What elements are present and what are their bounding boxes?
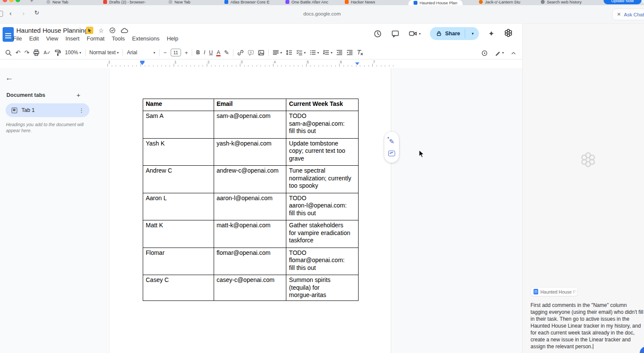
task-cell[interactable]: Update tombstone copy; current text too … — [286, 139, 359, 166]
menu-edit[interactable]: Edit — [29, 35, 39, 42]
chatgpt-logo-icon[interactable] — [504, 28, 513, 39]
insert-link-icon[interactable] — [237, 50, 244, 56]
profile-avatar[interactable] — [642, 0, 644, 3]
menu-help[interactable]: Help — [167, 35, 178, 42]
update-now-button[interactable]: Update Now — [604, 0, 641, 4]
spellcheck-icon[interactable]: A✓ — [43, 50, 51, 56]
name-cell[interactable]: Matt K — [143, 220, 214, 248]
approvals-icon[interactable] — [109, 27, 116, 34]
browser-tab-active[interactable]: Haunted House Plan — [408, 0, 463, 5]
document-page[interactable]: Name Email Current Week Task Sam A sam-a… — [110, 68, 391, 353]
menu-extensions[interactable]: Extensions — [132, 35, 159, 42]
email-cell[interactable]: yash-k@openai.com — [214, 139, 287, 166]
add-comment-icon[interactable] — [388, 151, 395, 156]
highlight-color-icon[interactable]: ✎ — [224, 50, 229, 56]
browser-tab[interactable]: New Tab — [169, 0, 190, 5]
gemini-sparkle-icon[interactable]: ✦ — [488, 29, 494, 38]
email-cell[interactable]: andrew-c@openai.com — [214, 166, 287, 193]
video-call-button[interactable]: ▾ — [409, 30, 420, 37]
numbered-list-icon[interactable]: ▾ — [323, 50, 332, 56]
task-cell[interactable]: Tune spectral normalization; currently t… — [286, 166, 359, 193]
align-icon[interactable]: ▾ — [273, 50, 282, 56]
browser-tab[interactable]: Hacker News — [345, 0, 375, 5]
collapse-toolbar-icon[interactable] — [511, 51, 516, 55]
version-history-icon[interactable] — [374, 30, 382, 38]
decrease-indent-icon[interactable] — [336, 50, 343, 56]
tab-options-icon[interactable]: ⋮ — [79, 107, 84, 114]
email-cell[interactable]: casey-c@openai.com — [214, 275, 287, 301]
text-color-button[interactable]: A — [217, 50, 220, 56]
timer-icon[interactable] — [481, 50, 488, 56]
browser-tab[interactable]: Atlas Browser Core E — [224, 0, 270, 5]
prompt-input[interactable]: First add comments in the "Name" column … — [531, 302, 644, 350]
editing-mode-button[interactable]: ▾ — [495, 50, 504, 56]
menu-insert[interactable]: Insert — [65, 35, 80, 42]
cloud-saved-icon[interactable] — [121, 28, 128, 34]
email-cell[interactable]: sam-a@openai.com — [214, 111, 287, 139]
back-button[interactable]: ← — [5, 73, 13, 83]
decrease-font-size-button[interactable]: − — [163, 50, 167, 56]
add-comment-icon[interactable] — [248, 50, 254, 56]
close-icon[interactable]: ✕ — [617, 12, 621, 17]
name-cell[interactable]: Yash K — [143, 139, 214, 166]
menu-view[interactable]: View — [46, 35, 58, 42]
zoom-window-button[interactable] — [15, 0, 20, 2]
font-size-input[interactable]: 11 — [171, 49, 181, 56]
email-cell[interactable]: matt-k@openai.com — [214, 220, 287, 248]
task-cell[interactable]: TODO sam-a@openai.com: fill this out — [286, 111, 359, 139]
browser-tab[interactable]: Search web history — [541, 0, 582, 5]
search-menus-icon[interactable] — [5, 50, 12, 56]
doc-context-chip[interactable]: Haunted House Pl — [531, 287, 578, 296]
paragraph-style-select[interactable]: Normal text ▾ — [89, 50, 119, 56]
print-icon[interactable] — [33, 50, 40, 56]
menu-tools[interactable]: Tools — [112, 35, 125, 42]
task-cell[interactable]: TODO flomar@openai.com: fill this out — [286, 248, 359, 276]
line-spacing-icon[interactable] — [286, 50, 292, 56]
email-cell[interactable]: flomar@openai.com — [214, 248, 287, 276]
table-header-cell[interactable]: Email — [214, 99, 287, 111]
browser-tab[interactable]: Jack-o'-Lantern Stu — [479, 0, 520, 5]
insert-image-icon[interactable] — [258, 50, 264, 56]
share-button[interactable]: Share ▾ — [430, 27, 478, 40]
help-me-write-icon[interactable]: ✎✦ — [389, 138, 395, 145]
name-cell[interactable]: Sam A — [143, 111, 214, 139]
indent-marker[interactable] — [140, 61, 144, 65]
task-cell[interactable]: Summon spirits (tequila) for morgue-arit… — [286, 275, 359, 301]
comments-icon[interactable] — [391, 30, 399, 38]
table-header-cell[interactable]: Name — [143, 99, 214, 111]
italic-button[interactable]: I — [204, 50, 205, 56]
clear-formatting-icon[interactable] — [357, 50, 363, 56]
browser-tab[interactable]: Drafts (2) - browser- — [103, 0, 146, 5]
browser-tab[interactable]: New Tab — [46, 0, 68, 5]
browser-tab[interactable]: One Battle After Anc — [285, 0, 328, 5]
task-cell[interactable]: TODO aaron-l@openai.com: fill this out — [286, 193, 359, 221]
bulleted-list-icon[interactable]: ▾ — [310, 50, 319, 56]
close-window-button[interactable] — [3, 0, 7, 2]
name-cell[interactable]: Casey C — [143, 275, 214, 301]
zoom-select[interactable]: 100% ▾ — [65, 50, 81, 56]
name-cell[interactable]: Flomar — [143, 248, 214, 276]
paint-format-icon[interactable] — [55, 50, 61, 56]
task-cell[interactable]: Gather stakeholders for vampire eradicat… — [286, 220, 359, 248]
name-cell[interactable]: Aaron L — [143, 193, 214, 221]
ask-chatgpt-button[interactable]: ✕ Ask ChatGPT — [612, 9, 644, 20]
menu-format[interactable]: Format — [87, 35, 104, 42]
docs-logo[interactable] — [3, 27, 14, 42]
minimize-window-button[interactable] — [9, 0, 14, 2]
address-bar[interactable]: docs.google.com — [0, 11, 644, 16]
star-icon[interactable]: ☆ — [98, 27, 104, 34]
document-title[interactable]: Haunted House Planning — [16, 27, 88, 34]
ruler[interactable]: 1 1 2 3 4 5 6 7 — [0, 60, 522, 68]
email-cell[interactable]: aaron-l@openai.com — [214, 193, 287, 221]
undo-icon[interactable]: ↶ — [15, 50, 21, 56]
new-tab-icon[interactable]: + — [30, 0, 34, 4]
add-tab-icon[interactable]: + — [77, 91, 80, 99]
menu-file[interactable]: File — [13, 35, 22, 42]
increase-font-size-button[interactable]: + — [185, 50, 188, 56]
name-cell[interactable]: Andrew C — [143, 166, 214, 193]
doc-tab-item[interactable]: Tab 1 ⋮ — [6, 103, 89, 117]
underline-button[interactable]: U — [209, 50, 213, 56]
font-select[interactable]: Arial ▾ — [127, 50, 155, 56]
increase-indent-icon[interactable] — [347, 50, 353, 56]
bold-button[interactable]: B — [196, 50, 200, 56]
